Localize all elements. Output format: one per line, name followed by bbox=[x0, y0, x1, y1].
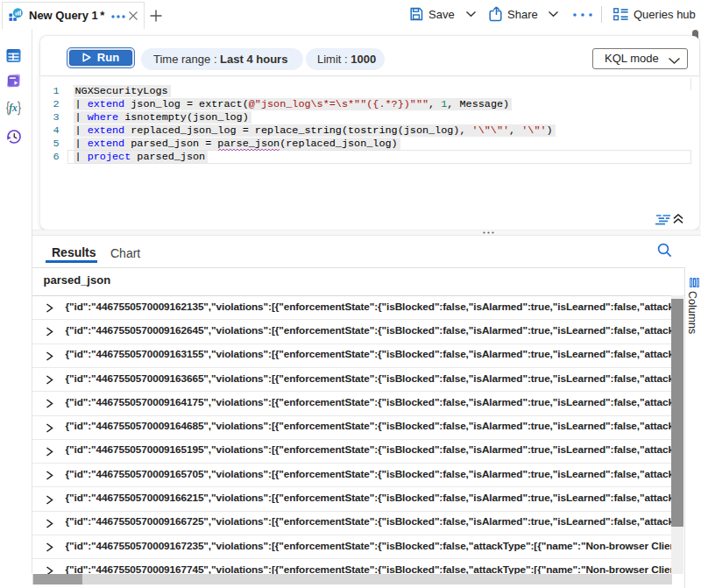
svg-text:fx: fx bbox=[9, 103, 18, 114]
